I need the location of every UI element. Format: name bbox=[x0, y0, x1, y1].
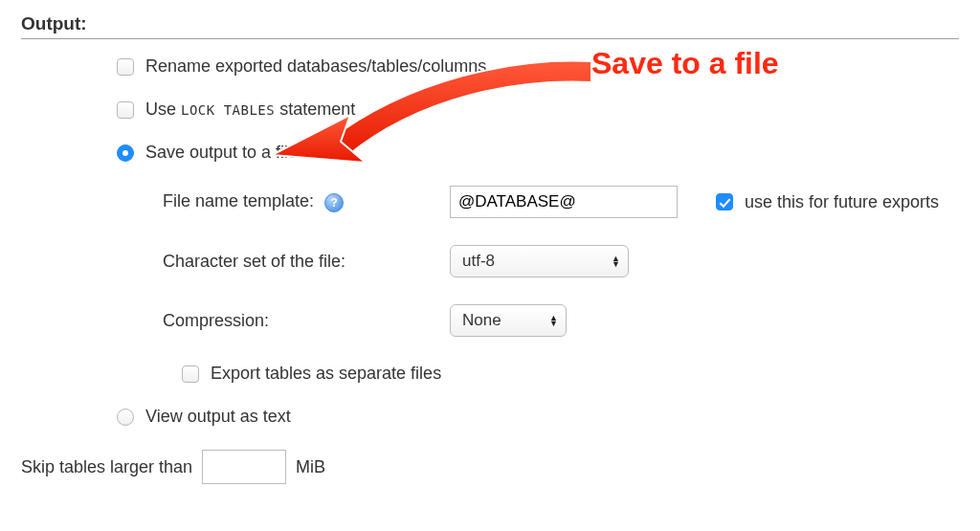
skip-tables-label: Skip tables larger than bbox=[21, 457, 192, 477]
lock-tables-label-after: statement bbox=[275, 100, 355, 119]
charset-select[interactable]: utf-8 ▲▼ bbox=[450, 245, 629, 277]
compression-select[interactable]: None ▲▼ bbox=[450, 304, 567, 337]
export-separate-checkbox[interactable] bbox=[182, 365, 199, 383]
lock-tables-label-before: Use bbox=[145, 100, 181, 119]
rename-checkbox[interactable] bbox=[117, 58, 134, 76]
help-icon[interactable]: ? bbox=[324, 193, 344, 212]
lock-tables-code: LOCK TABLES bbox=[181, 102, 275, 118]
charset-value: utf-8 bbox=[462, 252, 495, 271]
skip-tables-input[interactable] bbox=[202, 450, 286, 484]
view-as-text-row: View output as text bbox=[117, 407, 959, 427]
filename-template-input[interactable] bbox=[450, 186, 678, 218]
rename-row: Rename exported databases/tables/columns bbox=[117, 56, 959, 77]
export-separate-row: Export tables as separate files bbox=[182, 364, 959, 384]
view-as-text-label: View output as text bbox=[145, 407, 291, 427]
skip-tables-unit: MiB bbox=[296, 457, 325, 477]
save-to-file-row: Save output to a file bbox=[117, 143, 959, 163]
compression-row: Compression: None ▲▼ bbox=[163, 304, 959, 337]
save-to-file-label: Save output to a file bbox=[145, 143, 298, 163]
lock-tables-label: Use LOCK TABLES statement bbox=[145, 100, 355, 120]
output-section-title: Output: bbox=[21, 13, 959, 39]
future-exports-checkbox[interactable] bbox=[716, 193, 733, 210]
lock-tables-checkbox[interactable] bbox=[117, 101, 134, 119]
select-arrows-icon: ▲▼ bbox=[549, 315, 558, 326]
charset-row: Character set of the file: utf-8 ▲▼ bbox=[163, 245, 959, 277]
filename-template-label-wrap: File name template: ? bbox=[163, 191, 450, 212]
skip-tables-row: Skip tables larger than MiB bbox=[21, 450, 959, 484]
lock-tables-row: Use LOCK TABLES statement bbox=[117, 100, 959, 120]
rename-label: Rename exported databases/tables/columns bbox=[145, 56, 486, 77]
filename-template-row: File name template: ? use this for futur… bbox=[163, 186, 959, 218]
view-as-text-radio[interactable] bbox=[117, 409, 134, 426]
save-to-file-radio[interactable] bbox=[117, 144, 134, 162]
charset-label: Character set of the file: bbox=[163, 252, 345, 271]
compression-value: None bbox=[462, 311, 501, 330]
compression-label: Compression: bbox=[163, 311, 269, 330]
future-exports-label: use this for future exports bbox=[745, 192, 939, 212]
select-arrows-icon: ▲▼ bbox=[612, 255, 620, 267]
export-separate-label: Export tables as separate files bbox=[211, 364, 441, 384]
filename-template-label: File name template: bbox=[163, 191, 314, 210]
